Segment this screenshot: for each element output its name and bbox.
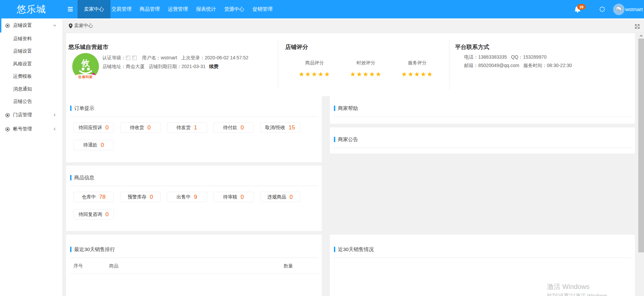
column-header-index: 序号 — [73, 263, 83, 269]
username-label[interactable]: wstmart — [625, 0, 643, 18]
shop-username-label: 用户名： — [142, 55, 161, 60]
user-avatar[interactable] — [613, 4, 625, 15]
panel-title-row: 订单提示 — [70, 105, 318, 112]
dashed-separator — [278, 41, 278, 89]
nav-item-promotion[interactable]: 促销管理 — [248, 0, 277, 18]
nav-item-label: 运营管理 — [168, 6, 188, 12]
sidebar-item-account-management[interactable]: 帐号管理 — [0, 122, 62, 136]
title-accent-bar — [70, 247, 71, 252]
breadcrumb: 卖家中心 — [69, 19, 93, 33]
order-stats: 待回应投诉0 待收货0 待发货1 待付款0 取消/拒收15 待退款0 — [73, 122, 322, 157]
nav-item-label: 货源中心 — [224, 6, 244, 12]
panel-title: 最近30天销售排行 — [74, 246, 115, 253]
refresh-spinner-icon[interactable] — [599, 6, 605, 12]
radio-bullet-icon — [5, 127, 10, 131]
sidebar-item-shop-settings[interactable]: 店铺设置 — [0, 18, 62, 33]
shop-expire-value: 2021-03-31 — [182, 64, 206, 69]
table-row-divider — [70, 274, 319, 274]
panel-title-row: 近30天销售情况 — [334, 246, 631, 253]
app-logo: 悠乐城 — [0, 0, 63, 18]
renew-link[interactable]: 续费 — [209, 64, 218, 69]
stat-button-pending-review[interactable]: 待审核0 — [213, 192, 254, 202]
broken-image-icon — [615, 6, 622, 13]
nav-item-label: 促销管理 — [252, 6, 273, 12]
scrollbar-up-button[interactable] — [638, 33, 644, 39]
stat-button-on-sale[interactable]: 出售中9 — [167, 192, 207, 202]
score-label: 服务评分 — [392, 59, 443, 66]
sidebar-subitem-shop-announcement[interactable]: 店铺公告 — [0, 96, 62, 108]
sidebar-subitem-shop-profile[interactable]: 店铺资料 — [0, 33, 62, 45]
nav-item-seller-center[interactable]: 卖家中心 — [78, 0, 110, 18]
score-section-title: 店铺评分 — [285, 43, 308, 51]
stat-label: 待付款 — [223, 125, 237, 131]
panel-divider — [333, 257, 632, 258]
stat-button-refunds[interactable]: 待退款0 — [73, 140, 114, 150]
title-accent-bar — [334, 106, 335, 111]
sidebar-item-store-management[interactable]: 门店管理 — [0, 108, 62, 122]
goods-info-panel: 商品信息 仓库中78 预警库存0 出售中9 待审核0 违规商品0 待回复咨询0 — [66, 166, 322, 231]
stat-button-to-ship[interactable]: 待发货1 — [167, 122, 207, 133]
shop-logo: 攸 送菜到家 — [72, 53, 99, 80]
hamburger-menu-button[interactable] — [63, 0, 78, 18]
nav-item-supply[interactable]: 货源中心 — [220, 0, 248, 18]
stat-value: 9 — [194, 194, 197, 200]
main-nav: 卖家中心 交易管理 商品管理 运营管理 报表统计 货源中心 促销管理 — [78, 0, 277, 18]
nav-item-reports[interactable]: 报表统计 — [192, 0, 220, 18]
nav-item-label: 交易管理 — [111, 6, 132, 12]
sidebar: 店铺设置 店铺资料 店铺设置 风格设置 运费模板 消息通知 店铺公告 门店管理 … — [0, 18, 63, 296]
sidebar-subitem-shop-config[interactable]: 店铺设置 — [0, 45, 62, 58]
stat-label: 仓库中 — [82, 194, 96, 200]
nav-item-trade[interactable]: 交易管理 — [107, 0, 136, 18]
stat-button-cancelled[interactable]: 取消/拒收15 — [260, 122, 300, 133]
shop-name: 悠乐城自营超市 — [68, 43, 108, 51]
column-header-goods: 商品 — [109, 263, 118, 269]
stat-button-to-pay[interactable]: 待付款0 — [213, 122, 254, 133]
scrollbar-thumb[interactable] — [638, 39, 644, 252]
nav-item-operation[interactable]: 运营管理 — [164, 0, 192, 18]
notifications-button[interactable]: 39 — [575, 5, 581, 13]
title-accent-bar — [70, 175, 71, 180]
stat-label: 待退款 — [83, 142, 97, 148]
last-login-value: 2020-06-02 14:57:52 — [205, 55, 248, 60]
nav-item-goods[interactable]: 商品管理 — [136, 0, 164, 18]
sidebar-subitem-label: 消息通知 — [13, 86, 32, 92]
stat-value: 1 — [194, 124, 197, 131]
sidebar-subitem-label: 风格设置 — [13, 61, 32, 67]
watermark-line2: 转到“设置”以激活 Windows — [547, 293, 607, 296]
sidebar-subitem-style-settings[interactable]: 风格设置 — [0, 58, 62, 70]
stat-button-pending-inquiries[interactable]: 待回复咨询0 — [73, 209, 114, 220]
sidebar-subitem-message-notify[interactable]: 消息通知 — [0, 83, 62, 96]
stat-value: 78 — [99, 194, 106, 200]
vertical-scrollbar[interactable] — [638, 33, 644, 296]
sidebar-subitem-label: 运费模板 — [13, 73, 32, 79]
chevron-down-icon — [53, 24, 56, 27]
stat-value: 0 — [101, 142, 104, 149]
stat-button-complaints[interactable]: 待回应投诉0 — [73, 122, 114, 133]
panel-title-row: 商品信息 — [70, 174, 318, 181]
stat-value: 0 — [290, 194, 293, 200]
panel-title: 商家帮助 — [338, 105, 358, 112]
main-content: 悠乐城自营超市 攸 送菜到家 认证等级：用户名：wstmart上次登录：2020… — [63, 33, 638, 296]
email-value: 85020049@qq.com — [478, 63, 519, 68]
panel-divider — [333, 147, 632, 148]
phone-value: 13883383335 — [478, 54, 507, 60]
stat-button-in-warehouse[interactable]: 仓库中78 — [73, 192, 114, 202]
dashed-separator — [449, 41, 449, 89]
service-hours-value: 08:30-22:30 — [547, 63, 572, 68]
score-label: 商品评分 — [289, 59, 340, 66]
stat-button-violations[interactable]: 违规商品0 — [260, 192, 300, 202]
stat-button-to-receive[interactable]: 待收货0 — [120, 122, 160, 133]
cert-level-icon — [126, 56, 130, 60]
top-bar: 悠乐城 卖家中心 交易管理 商品管理 运营管理 报表统计 货源中心 促销管理 3… — [0, 0, 644, 18]
star-rating: ★★★★★ — [340, 70, 392, 78]
shop-overview-card: 悠乐城自营超市 攸 送菜到家 认证等级：用户名：wstmart上次登录：2020… — [66, 33, 635, 96]
fullscreen-expand-icon[interactable] — [635, 24, 640, 29]
stat-label: 待回应投诉 — [79, 125, 102, 131]
contact-line1: 电话：13883383335QQ：153289970 — [464, 53, 572, 61]
stat-button-stock-warning[interactable]: 预警库存0 — [120, 192, 160, 202]
cert-level-label: 认证等级： — [102, 55, 126, 60]
sidebar-subitem-freight-template[interactable]: 运费模板 — [0, 70, 62, 83]
goods-stats: 仓库中78 预警库存0 出售中9 待审核0 违规商品0 待回复咨询0 — [73, 192, 322, 227]
hamburger-icon — [68, 7, 73, 11]
radio-bullet-icon — [5, 113, 10, 117]
